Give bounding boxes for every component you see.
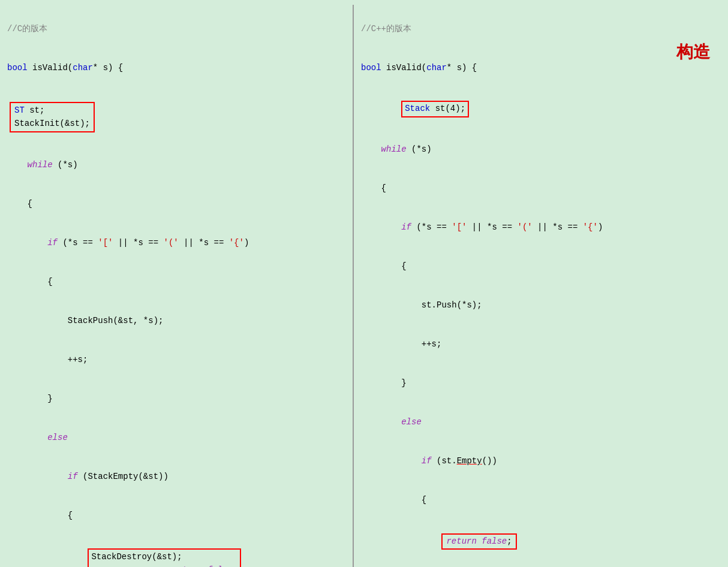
right-line-1: bool isValid(char* s) { <box>361 63 477 73</box>
right-red-box-1: return false; <box>441 533 516 550</box>
construct-label: 构造 <box>676 41 710 64</box>
left-panel: //C的版本 bool isValid(char* s) { ST st;Sta… <box>0 5 354 567</box>
right-panel: 构造 析构 //C++的版本 bool isValid(char* s) { S… <box>354 5 728 567</box>
right-header-comment: //C++的版本 <box>361 24 411 34</box>
right-stack-init: Stack st(4); <box>401 101 469 117</box>
right-code: //C++的版本 bool isValid(char* s) { Stack s… <box>361 10 721 567</box>
left-code: //C的版本 bool isValid(char* s) { ST st;Sta… <box>7 10 345 567</box>
left-header-comment: //C的版本 <box>7 24 47 34</box>
left-highlight-init: ST st;StackInit(&st); <box>10 102 95 132</box>
left-line-1: bool isValid(char* s) { <box>7 63 123 73</box>
left-red-box-1: StackDestroy(&st); return false; <box>88 548 241 567</box>
